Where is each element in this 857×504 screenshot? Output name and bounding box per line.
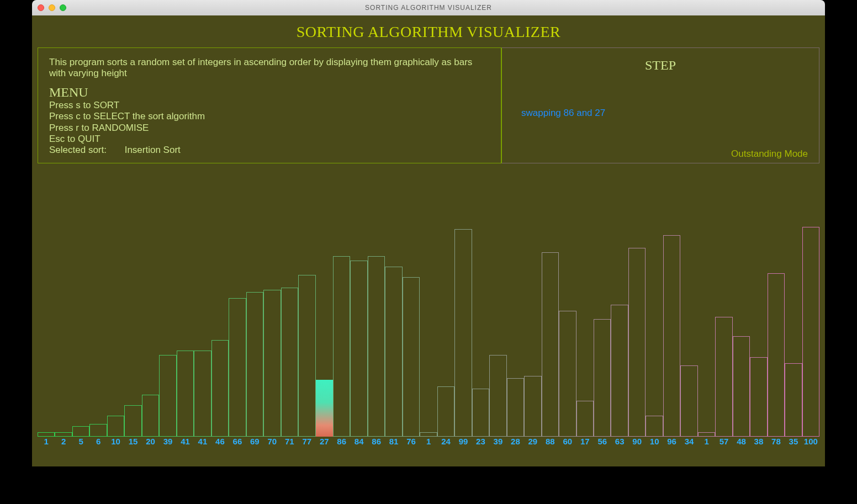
bar-label: 39	[159, 437, 176, 449]
bar-label: 6	[89, 437, 107, 449]
bar-label: 56	[594, 437, 611, 449]
bar-label: 69	[246, 437, 263, 449]
bar-active	[316, 380, 333, 437]
bar	[350, 261, 367, 437]
menu-heading: MENU	[49, 85, 490, 100]
bar-slot	[559, 227, 576, 437]
bar-label: 24	[437, 437, 454, 449]
bar-slot	[159, 227, 176, 437]
bar	[698, 432, 715, 437]
sort-chart: 1256101520394141466669707177278684868176…	[38, 227, 819, 449]
bar-label: 71	[281, 437, 298, 449]
bar-slot	[385, 227, 402, 437]
bar	[542, 252, 559, 437]
bar-label: 99	[454, 437, 472, 449]
menu-quit: Esc to QUIT	[49, 134, 490, 145]
bar	[628, 248, 646, 437]
bar-slot	[768, 227, 785, 437]
bar	[159, 355, 176, 437]
menu-selected: Selected sort: Insertion Sort	[49, 145, 490, 156]
bar-label: 27	[316, 437, 333, 449]
bar-label: 46	[211, 437, 229, 449]
bar-label: 38	[750, 437, 767, 449]
bar	[594, 319, 611, 437]
bar-slot	[802, 227, 819, 437]
bar-slot	[229, 227, 246, 437]
bar	[576, 401, 594, 437]
bar-slot	[368, 227, 385, 437]
bar-label: 39	[489, 437, 506, 449]
bar	[333, 256, 350, 437]
bar	[646, 416, 663, 437]
bar-slot	[142, 227, 159, 437]
bar-slot	[628, 227, 646, 437]
bar-slot	[55, 227, 72, 437]
bar-slot	[124, 227, 141, 437]
bar-slot	[594, 227, 611, 437]
bar	[107, 416, 124, 437]
bar-slot	[611, 227, 628, 437]
bar-slot	[263, 227, 281, 437]
app-window: SORTING ALGORITHM VISUALIZER SORTING ALG…	[32, 0, 825, 466]
bar	[663, 235, 680, 437]
bar-label: 2	[55, 437, 72, 449]
bar	[194, 351, 211, 437]
bar-slot	[38, 227, 55, 437]
bar	[454, 229, 472, 437]
bar-slot	[316, 227, 333, 437]
bar	[785, 363, 802, 437]
bar-slot	[542, 227, 559, 437]
bar-slot	[89, 227, 107, 437]
bar-slot	[489, 227, 506, 437]
bar-label: 34	[680, 437, 697, 449]
bar	[246, 292, 263, 437]
labels-container: 1256101520394141466669707177278684868176…	[38, 437, 819, 449]
description-text: This program sorts a random set of integ…	[49, 57, 490, 79]
bar-slot	[646, 227, 663, 437]
bar-label: 86	[333, 437, 350, 449]
bar-label: 41	[194, 437, 211, 449]
bar-label: 90	[628, 437, 646, 449]
bar-slot	[698, 227, 715, 437]
bar	[507, 378, 524, 437]
bar	[802, 227, 819, 437]
bar-label: 23	[472, 437, 489, 449]
menu-randomise: Press r to RANDOMISE	[49, 123, 490, 134]
window-titlebar: SORTING ALGORITHM VISUALIZER	[32, 0, 825, 15]
bar-slot	[177, 227, 194, 437]
bar-label: 81	[385, 437, 402, 449]
bar-slot	[715, 227, 732, 437]
bar-label: 1	[38, 437, 55, 449]
bar	[611, 305, 628, 437]
bar-label: 1	[420, 437, 437, 449]
bar	[768, 273, 785, 437]
bar-label: 76	[403, 437, 420, 449]
bar-label: 10	[107, 437, 124, 449]
bar	[368, 256, 385, 437]
bar-label: 29	[524, 437, 541, 449]
bar-slot	[663, 227, 680, 437]
menu-lines: Press s to SORT Press c to SELECT the so…	[49, 100, 490, 156]
step-heading: STEP	[502, 58, 819, 73]
bar-slot	[750, 227, 767, 437]
bar-slot	[350, 227, 367, 437]
bar	[733, 336, 750, 437]
bar	[420, 432, 437, 437]
bar-label: 78	[768, 437, 785, 449]
description-panel: This program sorts a random set of integ…	[38, 47, 501, 163]
selected-sort-value: Insertion Sort	[125, 145, 181, 156]
bar-label: 100	[802, 437, 819, 449]
bar-slot	[281, 227, 298, 437]
bar	[55, 432, 72, 437]
bar	[559, 311, 576, 437]
bar-slot	[733, 227, 750, 437]
page-title: SORTING ALGORITHM VISUALIZER	[32, 15, 825, 41]
window-title: SORTING ALGORITHM VISUALIZER	[32, 4, 825, 12]
bar	[680, 365, 697, 437]
bar	[715, 317, 732, 437]
bar-label: 48	[733, 437, 750, 449]
bar-label: 60	[559, 437, 576, 449]
bar-slot	[680, 227, 697, 437]
bar-label: 77	[298, 437, 315, 449]
bar-slot	[576, 227, 594, 437]
